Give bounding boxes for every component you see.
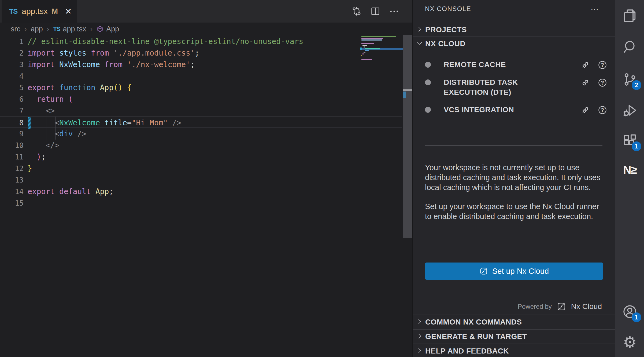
breadcrumb-item[interactable]: app <box>31 25 43 33</box>
more-actions-icon[interactable] <box>389 6 399 17</box>
split-editor-icon[interactable] <box>370 6 381 17</box>
section-common-nx-commands[interactable]: COMMON NX COMMANDS <box>413 315 615 329</box>
nx-console-sidebar: NX CONSOLE ⋯ PROJECTS NX CLOUD REMOTE CA… <box>413 0 615 357</box>
editor-region: TS app.tsx M ✕ src›app›TSapp.tsx›App 1//… <box>0 0 412 357</box>
code-line-15[interactable]: 15 <box>0 197 402 209</box>
nx-cloud-feature-row: REMOTE CACHE ? <box>425 60 607 70</box>
indent-guide-active <box>55 116 55 140</box>
minimap-modified-mark <box>360 48 362 50</box>
minimap-line <box>364 52 365 53</box>
badge-count: 1 <box>632 141 641 151</box>
help-icon[interactable]: ? <box>598 105 607 115</box>
code-editor[interactable]: 1// eslint-disable-next-line @typescript… <box>0 36 402 209</box>
chevron-right-icon <box>416 26 423 34</box>
breadcrumb-item[interactable]: src <box>11 25 20 33</box>
activity-item-settings[interactable]: ⚙ <box>622 334 638 350</box>
activity-item-accounts[interactable]: 1 <box>622 304 638 319</box>
chevron-down-icon <box>416 40 423 48</box>
sidebar-title: NX CONSOLE <box>425 5 471 13</box>
code-line-8[interactable]: 8 <NxWelcome title="Hi Mom" /> <box>0 116 402 128</box>
code-line-7[interactable]: 7 <> <box>0 105 402 116</box>
setup-nx-cloud-button[interactable]: Set up Nx Cloud <box>425 263 603 280</box>
code-line-14[interactable]: 14export default App; <box>0 186 402 197</box>
indent-guide <box>37 93 37 163</box>
code-line-6[interactable]: 6 return ( <box>0 93 402 105</box>
ts-file-icon: TS <box>53 26 60 32</box>
plug-icon[interactable] <box>580 60 590 70</box>
minimap-line <box>362 45 367 46</box>
nx-cloud-icon <box>479 267 488 275</box>
code-line-3[interactable]: 3import NxWelcome from './nx-welcome'; <box>0 59 402 70</box>
editor-scrollbar <box>403 35 412 357</box>
scrollbar-slider[interactable] <box>403 35 412 238</box>
activity-item-files[interactable] <box>622 8 638 24</box>
code-line-12[interactable]: 12} <box>0 163 402 174</box>
code-line-10[interactable]: 10 </> <box>0 140 402 151</box>
minimap-line <box>361 36 396 37</box>
activity-item-search[interactable] <box>622 39 638 55</box>
breadcrumb-separator: › <box>90 25 93 33</box>
status-dot-icon <box>425 107 431 113</box>
code-line-11[interactable]: 11 ); <box>0 151 402 163</box>
line-number: 10 <box>0 140 24 151</box>
powered-by-label: Powered by <box>518 303 552 310</box>
section-help-and-feedback[interactable]: HELP AND FEEDBACK <box>413 344 615 357</box>
minimap-line <box>365 48 380 49</box>
svg-text:?: ? <box>601 62 604 68</box>
line-number: 12 <box>0 163 24 174</box>
chevron-right-icon <box>416 333 423 341</box>
section-projects[interactable]: PROJECTS <box>413 24 615 37</box>
editor-toolbar <box>351 0 399 23</box>
minimap[interactable] <box>361 36 403 68</box>
help-icon[interactable]: ? <box>598 60 607 70</box>
plug-icon[interactable] <box>580 78 590 88</box>
plug-icon[interactable] <box>580 105 590 115</box>
tab-bar: TS app.tsx M ✕ <box>0 0 412 23</box>
sidebar-bottom-sections: COMMON NX COMMANDS GENERATE & RUN TARGET… <box>413 315 615 357</box>
code-line-4[interactable]: 4 <box>0 70 402 82</box>
code-line-1[interactable]: 1// eslint-disable-next-line @typescript… <box>0 36 402 47</box>
minimap-line <box>365 50 369 51</box>
line-number: 8 <box>0 117 24 128</box>
feature-label: VCS INTEGRATION <box>444 105 562 115</box>
activity-item-run-debug[interactable] <box>622 103 638 118</box>
close-tab-icon[interactable]: ✕ <box>65 7 72 16</box>
line-number: 4 <box>0 70 24 82</box>
modified-badge: M <box>51 7 58 16</box>
activity-item-nx-console[interactable]: N≥ <box>622 162 638 178</box>
description-paragraph: Your workspace is not currently set up t… <box>425 163 604 192</box>
nx-console-icon: N≥ <box>622 162 638 178</box>
code-line-5[interactable]: 5export function App() { <box>0 82 402 93</box>
help-icon[interactable]: ? <box>598 78 607 88</box>
line-number: 3 <box>0 59 24 70</box>
section-nx-cloud[interactable]: NX CLOUD <box>413 37 615 50</box>
breadcrumb-separator: › <box>47 25 49 33</box>
minimap-line <box>361 59 372 60</box>
breadcrumb-item[interactable]: App <box>97 25 119 33</box>
more-actions-icon[interactable]: ⋯ <box>591 4 599 14</box>
code-line-13[interactable]: 13 <box>0 174 402 186</box>
status-dot-icon <box>425 62 431 68</box>
compare-changes-icon[interactable] <box>351 6 362 17</box>
code-line-9[interactable]: 9 <div /> <box>0 128 402 140</box>
ts-file-icon: TS <box>9 7 17 16</box>
chevron-right-icon <box>416 318 423 326</box>
code-line-2[interactable]: 2import styles from './app.module.css'; <box>0 47 402 59</box>
activity-bar: 21N≥1⚙ <box>615 0 644 357</box>
line-number: 5 <box>0 82 24 93</box>
activity-item-source-control[interactable]: 2 <box>622 72 638 87</box>
minimap-line <box>361 39 382 41</box>
section-generate-run-target[interactable]: GENERATE & RUN TARGET <box>413 329 615 344</box>
breadcrumb-item[interactable]: TSapp.tsx <box>53 25 86 33</box>
nx-cloud-feature-row: DISTRIBUTED TASK EXECUTION (DTE) ? <box>425 77 607 97</box>
vscode-window: TS app.tsx M ✕ src›app›TSapp.tsx›App 1//… <box>0 0 644 357</box>
modified-line-gutter-marker <box>28 117 31 129</box>
line-number: 1 <box>0 36 24 47</box>
activity-item-extensions[interactable]: 1 <box>622 133 638 148</box>
status-dot-icon <box>425 79 431 85</box>
line-number: 15 <box>0 197 24 209</box>
tab-app-tsx[interactable]: TS app.tsx M ✕ <box>2 0 77 23</box>
sidebar-header: NX CONSOLE ⋯ <box>413 0 615 18</box>
module-icon <box>97 26 103 32</box>
nx-cloud-feature-row: VCS INTEGRATION ? <box>425 105 607 115</box>
